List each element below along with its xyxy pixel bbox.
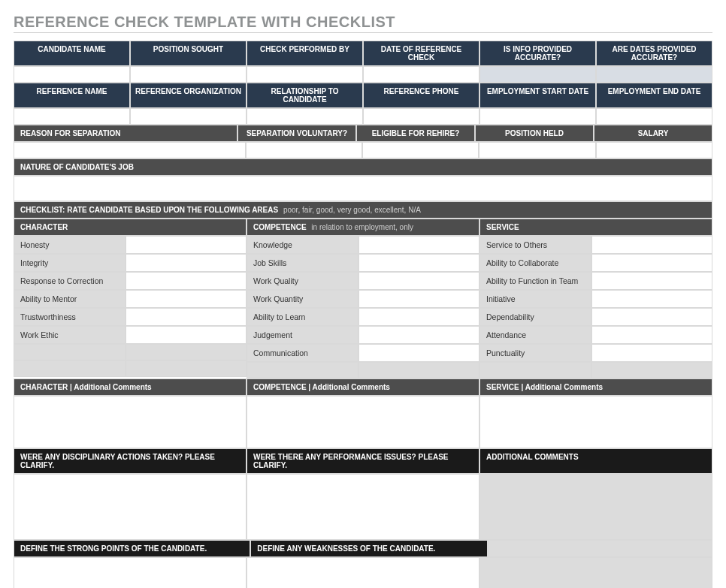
competence-item-value[interactable] [358,236,479,254]
character-item-value[interactable] [126,326,247,344]
service-item-value[interactable] [591,326,712,344]
hdr-candidate-name: CANDIDATE NAME [14,41,130,66]
competence-item-label: Work Quantity [247,290,358,308]
comments-input-row [14,396,712,448]
reference-input-row [14,108,712,125]
input-voluntary[interactable] [246,142,362,158]
character-item-value [126,360,247,377]
hdr-dates-accurate: ARE DATES PROVIDED ACCURATE? [596,41,712,66]
hdr-strong: DEFINE THE STRONG POINTS OF THE CANDIDAT… [14,540,250,557]
input-reason-separation[interactable] [14,142,246,158]
competence-item-label: Knowledge [247,236,358,254]
hdr-disciplinary: WERE ANY DISCIPLINARY ACTIONS TAKEN? PLE… [14,448,247,474]
service-item-value[interactable] [591,290,712,308]
hdr-relationship: RELATIONSHIP TO CANDIDATE [247,83,363,108]
character-item-label: Ability to Mentor [14,290,126,308]
input-info-accurate[interactable] [479,66,596,83]
input-check-performed-by[interactable] [247,66,363,83]
character-item-label: Integrity [14,254,126,272]
competence-item-value[interactable] [358,272,479,290]
input-date-of-ref-check[interactable] [363,66,479,83]
checklist-header-row: CHECKLIST: RATE CANDIDATE BASED UPON THE… [14,201,712,219]
character-item-label [14,344,126,360]
lower-header-row-1: WERE ANY DISCIPLINARY ACTIONS TAKEN? PLE… [14,448,712,474]
page-title: REFERENCE CHECK TEMPLATE WITH CHECKLIST [14,14,712,33]
checklist-note: poor, fair, good, very good, excellent, … [283,206,421,214]
hdr-competence-comments: COMPETENCE | Additional Comments [247,378,479,396]
col-competence-title: COMPETENCE [253,223,307,231]
nature-input-row [14,176,712,201]
character-item-value[interactable] [126,236,247,254]
hdr-reference-org: REFERENCE ORGANIZATION [130,83,247,108]
hdr-weak: DEFINE ANY WEAKNESSES OF THE CANDIDATE. [250,540,487,557]
hdr-salary: SALARY [594,125,712,142]
input-disciplinary[interactable] [14,474,247,540]
input-position-sought[interactable] [130,66,247,83]
competence-item-value[interactable] [358,290,479,308]
hdr-check-performed-by: CHECK PERFORMED BY [247,41,363,66]
input-emp-end[interactable] [596,108,712,125]
character-item-label: Work Ethic [14,326,126,344]
input-rehire[interactable] [362,142,479,158]
service-item-value[interactable] [591,254,712,272]
input-service-comments[interactable] [479,396,712,448]
input-character-comments[interactable] [14,396,247,448]
input-position-held[interactable] [479,142,595,158]
comments-header-row: CHARACTER | Additional Comments COMPETEN… [14,378,712,396]
input-weak[interactable] [247,557,479,588]
service-item-value[interactable] [591,308,712,326]
character-item-value [126,344,247,360]
hdr-performance: WERE THERE ANY PERFORMANCE ISSUES? PLEAS… [247,448,479,474]
character-item-value[interactable] [126,308,247,326]
character-item-value[interactable] [126,272,247,290]
competence-item-label [247,362,358,378]
competence-item-value[interactable] [358,308,479,326]
character-item-value[interactable] [126,254,247,272]
input-performance[interactable] [247,474,479,540]
hdr-checklist: CHECKLIST: RATE CANDIDATE BASED UPON THE… [14,201,712,219]
service-item-value[interactable] [591,344,712,362]
competence-item-value [358,362,479,378]
additional-continued-2[interactable] [479,557,712,588]
competence-item-value[interactable] [358,344,479,362]
hdr-date-of-ref-check: DATE OF REFERENCE CHECK [363,41,479,66]
competence-item-value[interactable] [358,326,479,344]
input-dates-accurate[interactable] [596,66,712,83]
service-item-label: Punctuality [479,344,591,362]
competence-item-label: Judgement [247,326,358,344]
service-item-label: Service to Others [479,236,591,254]
hdr-emp-start: EMPLOYMENT START DATE [479,83,596,108]
hdr-voluntary: SEPARATION VOLUNTARY? [237,125,356,142]
checklist-character-col: HonestyIntegrityResponse to CorrectionAb… [14,236,247,378]
competence-item-value[interactable] [358,254,479,272]
col-competence-sub: in relation to employment, only [311,223,413,231]
character-item-label: Trustworthiness [14,308,126,326]
competence-item-label: Communication [247,344,358,362]
input-emp-start[interactable] [479,108,596,125]
input-reference-name[interactable] [14,108,130,125]
input-additional[interactable] [479,474,712,540]
checklist-title: CHECKLIST: RATE CANDIDATE BASED UPON THE… [20,206,278,214]
service-item-value[interactable] [591,272,712,290]
input-strong[interactable] [14,557,247,588]
input-salary[interactable] [596,142,712,158]
input-candidate-name[interactable] [14,66,130,83]
competence-item-label: Job Skills [247,254,358,272]
character-item-label: Honesty [14,236,126,254]
input-relationship[interactable] [247,108,363,125]
lower-header-row-2: DEFINE THE STRONG POINTS OF THE CANDIDAT… [14,540,712,557]
hdr-position-sought: POSITION SOUGHT [130,41,247,66]
hdr-emp-end: EMPLOYMENT END DATE [596,83,712,108]
reference-header-row: REFERENCE NAME REFERENCE ORGANIZATION RE… [14,83,712,108]
hdr-character-comments: CHARACTER | Additional Comments [14,378,247,396]
input-reference-phone[interactable] [363,108,479,125]
input-competence-comments[interactable] [247,396,479,448]
service-item-label: Dependability [479,308,591,326]
input-nature[interactable] [14,176,712,201]
additional-continued-1[interactable] [488,540,712,557]
service-item-value[interactable] [591,236,712,254]
input-reference-org[interactable] [130,108,247,125]
character-item-value[interactable] [126,290,247,308]
hdr-reference-name: REFERENCE NAME [14,83,130,108]
competence-item-label: Ability to Learn [247,308,358,326]
